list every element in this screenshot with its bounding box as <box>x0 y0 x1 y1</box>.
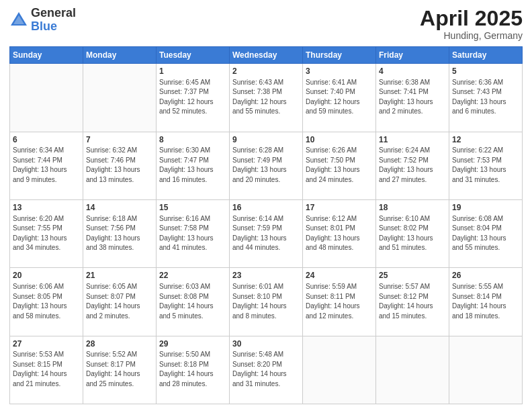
day-number: 25 <box>379 270 446 281</box>
sunrise-text: Sunrise: 6:08 AM <box>452 214 519 224</box>
day-number: 18 <box>379 202 446 214</box>
calendar-cell: 16Sunrise: 6:14 AMSunset: 7:59 PMDayligh… <box>230 199 303 267</box>
day-number: 3 <box>306 66 373 77</box>
sunset-text: Sunset: 8:18 PM <box>159 360 226 370</box>
day-number: 27 <box>13 338 80 350</box>
daylight-text: Daylight: 13 hours and 38 minutes. <box>86 234 153 253</box>
daylight-text: Daylight: 13 hours and 13 minutes. <box>86 165 153 185</box>
sunrise-text: Sunrise: 6:22 AM <box>452 146 519 156</box>
daylight-text: Daylight: 14 hours and 5 minutes. <box>159 302 226 321</box>
daylight-text: Daylight: 14 hours and 15 minutes. <box>379 302 446 321</box>
day-info: Sunrise: 6:43 AMSunset: 7:38 PMDaylight:… <box>232 78 300 117</box>
daylight-text: Daylight: 13 hours and 58 minutes. <box>13 302 80 321</box>
daylight-text: Daylight: 13 hours and 31 minutes. <box>452 165 519 185</box>
daylight-text: Daylight: 13 hours and 2 minutes. <box>379 97 446 117</box>
day-info: Sunrise: 6:14 AMSunset: 7:59 PMDaylight:… <box>232 214 300 253</box>
sunset-text: Sunset: 7:59 PM <box>232 224 300 234</box>
daylight-text: Daylight: 13 hours and 16 minutes. <box>159 165 226 185</box>
sunset-text: Sunset: 7:56 PM <box>86 224 153 234</box>
sunset-text: Sunset: 7:52 PM <box>379 156 446 166</box>
daylight-text: Daylight: 14 hours and 21 minutes. <box>13 369 80 389</box>
day-number: 19 <box>452 202 519 214</box>
calendar-cell: 21Sunrise: 6:05 AMSunset: 8:07 PMDayligh… <box>83 268 157 336</box>
day-info: Sunrise: 6:05 AMSunset: 8:07 PMDaylight:… <box>86 282 153 321</box>
day-info: Sunrise: 6:06 AMSunset: 8:05 PMDaylight:… <box>13 282 80 321</box>
calendar-cell: 17Sunrise: 6:12 AMSunset: 8:01 PMDayligh… <box>303 199 376 267</box>
sunrise-text: Sunrise: 6:06 AM <box>13 282 80 292</box>
day-number: 6 <box>13 134 80 146</box>
logo-text: General Blue <box>31 7 76 34</box>
calendar-cell: 30Sunrise: 5:48 AMSunset: 8:20 PMDayligh… <box>230 336 303 404</box>
calendar-cell <box>449 336 523 404</box>
sunset-text: Sunset: 7:37 PM <box>159 87 226 97</box>
calendar-cell: 14Sunrise: 6:18 AMSunset: 7:56 PMDayligh… <box>83 199 157 267</box>
sunrise-text: Sunrise: 6:24 AM <box>379 146 446 156</box>
day-info: Sunrise: 6:16 AMSunset: 7:58 PMDaylight:… <box>159 214 226 253</box>
calendar-cell: 13Sunrise: 6:20 AMSunset: 7:55 PMDayligh… <box>10 199 83 267</box>
calendar-cell: 29Sunrise: 5:50 AMSunset: 8:18 PMDayligh… <box>157 336 230 404</box>
page: General Blue April 2025 Hunding, Germany… <box>0 0 532 411</box>
day-number: 15 <box>159 202 226 214</box>
calendar-cell: 28Sunrise: 5:52 AMSunset: 8:17 PMDayligh… <box>83 336 157 404</box>
sunrise-text: Sunrise: 5:48 AM <box>232 350 300 360</box>
day-info: Sunrise: 5:57 AMSunset: 8:12 PMDaylight:… <box>379 282 446 321</box>
weekday-header-row: Sunday Monday Tuesday Wednesday Thursday… <box>10 47 523 64</box>
sunrise-text: Sunrise: 6:36 AM <box>452 78 519 88</box>
sunrise-text: Sunrise: 6:26 AM <box>306 146 373 156</box>
calendar-cell: 2Sunrise: 6:43 AMSunset: 7:38 PMDaylight… <box>230 64 303 132</box>
sunrise-text: Sunrise: 6:18 AM <box>86 214 153 224</box>
calendar-cell: 19Sunrise: 6:08 AMSunset: 8:04 PMDayligh… <box>449 199 523 267</box>
daylight-text: Daylight: 13 hours and 48 minutes. <box>306 234 373 253</box>
header-tuesday: Tuesday <box>157 47 230 64</box>
sunrise-text: Sunrise: 6:03 AM <box>159 282 226 292</box>
day-info: Sunrise: 5:52 AMSunset: 8:17 PMDaylight:… <box>86 350 153 389</box>
sunrise-text: Sunrise: 6:43 AM <box>232 78 300 88</box>
header: General Blue April 2025 Hunding, Germany <box>9 7 523 41</box>
day-info: Sunrise: 6:22 AMSunset: 7:53 PMDaylight:… <box>452 146 519 185</box>
day-number: 21 <box>86 270 153 281</box>
sunset-text: Sunset: 7:47 PM <box>159 156 226 166</box>
sunset-text: Sunset: 8:20 PM <box>232 360 300 370</box>
sunset-text: Sunset: 8:12 PM <box>379 292 446 302</box>
day-number: 4 <box>379 66 446 77</box>
day-number: 1 <box>159 66 226 77</box>
day-info: Sunrise: 6:30 AMSunset: 7:47 PMDaylight:… <box>159 146 226 185</box>
daylight-text: Daylight: 12 hours and 52 minutes. <box>159 97 226 117</box>
sunset-text: Sunset: 7:58 PM <box>159 224 226 234</box>
sunrise-text: Sunrise: 5:53 AM <box>13 350 80 360</box>
calendar-cell <box>10 64 83 132</box>
sunset-text: Sunset: 7:43 PM <box>452 87 519 97</box>
calendar-cell <box>83 64 157 132</box>
daylight-text: Daylight: 13 hours and 41 minutes. <box>159 234 226 253</box>
logo-icon <box>9 11 28 30</box>
day-number: 5 <box>452 66 519 77</box>
daylight-text: Daylight: 14 hours and 12 minutes. <box>306 302 373 321</box>
sunset-text: Sunset: 7:40 PM <box>306 87 373 97</box>
calendar-cell <box>376 336 449 404</box>
sunset-text: Sunset: 8:11 PM <box>306 292 373 302</box>
calendar-cell: 20Sunrise: 6:06 AMSunset: 8:05 PMDayligh… <box>10 268 83 336</box>
daylight-text: Daylight: 13 hours and 20 minutes. <box>232 165 300 185</box>
daylight-text: Daylight: 13 hours and 55 minutes. <box>452 234 519 253</box>
day-number: 8 <box>159 134 226 146</box>
sunset-text: Sunset: 8:02 PM <box>379 224 446 234</box>
day-info: Sunrise: 6:26 AMSunset: 7:50 PMDaylight:… <box>306 146 373 185</box>
calendar-cell: 1Sunrise: 6:45 AMSunset: 7:37 PMDaylight… <box>157 64 230 132</box>
day-info: Sunrise: 5:48 AMSunset: 8:20 PMDaylight:… <box>232 350 300 389</box>
sunrise-text: Sunrise: 6:20 AM <box>13 214 80 224</box>
header-saturday: Saturday <box>449 47 523 64</box>
sunset-text: Sunset: 8:07 PM <box>86 292 153 302</box>
sunset-text: Sunset: 7:53 PM <box>452 156 519 166</box>
sunrise-text: Sunrise: 6:38 AM <box>379 78 446 88</box>
calendar-cell: 15Sunrise: 6:16 AMSunset: 7:58 PMDayligh… <box>157 199 230 267</box>
day-number: 9 <box>232 134 300 146</box>
day-info: Sunrise: 6:18 AMSunset: 7:56 PMDaylight:… <box>86 214 153 253</box>
day-info: Sunrise: 6:38 AMSunset: 7:41 PMDaylight:… <box>379 78 446 117</box>
sunrise-text: Sunrise: 6:34 AM <box>13 146 80 156</box>
day-info: Sunrise: 5:53 AMSunset: 8:15 PMDaylight:… <box>13 350 80 389</box>
calendar-table: Sunday Monday Tuesday Wednesday Thursday… <box>9 46 523 404</box>
sunrise-text: Sunrise: 5:52 AM <box>86 350 153 360</box>
day-number: 23 <box>232 270 300 281</box>
calendar-cell: 9Sunrise: 6:28 AMSunset: 7:49 PMDaylight… <box>230 132 303 199</box>
header-sunday: Sunday <box>10 47 83 64</box>
